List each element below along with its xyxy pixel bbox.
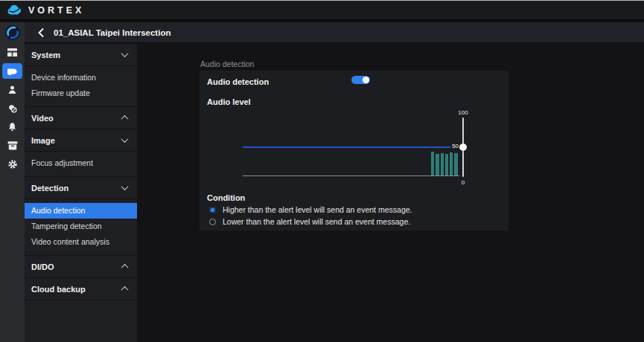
axis-min-label: 0 (453, 179, 474, 186)
audio-level-label: Audio level (207, 97, 251, 106)
app-window: VORTEX (0, 0, 644, 342)
radio-button[interactable] (209, 207, 216, 213)
menu-section-di-do[interactable]: DI/DO (25, 256, 137, 278)
device-titlebar: 01_ASIAL Taipei Intersection (25, 22, 644, 43)
axis-max-label: 100 (453, 109, 474, 116)
brand-wordmark: VORTEX (28, 5, 84, 16)
menu-section-label: Cloud backup (31, 285, 86, 294)
menu-section-image[interactable]: Image (25, 129, 137, 152)
chevron-icon (121, 286, 129, 294)
menu-section-label: Video (31, 114, 54, 123)
main-content: Audio detection Audio detection Audio le… (137, 44, 644, 342)
toggle-knob (363, 77, 369, 83)
menu-item-focus-adjustment[interactable]: Focus adjustment (25, 155, 137, 171)
chevron-icon (121, 115, 129, 123)
rail-item-monitoring[interactable] (0, 99, 25, 117)
chart-baseline (243, 175, 459, 176)
chevron-icon (121, 50, 129, 57)
dashboard-icon (7, 48, 17, 57)
icon-rail (0, 22, 25, 342)
menu-item-audio-detection[interactable]: Audio detection (25, 203, 137, 219)
overlapping-circles-icon (7, 103, 18, 114)
condition-label: Condition (207, 193, 245, 202)
menu-item-device-information[interactable]: Device information (25, 70, 137, 86)
device-title: 01_ASIAL Taipei Intersection (54, 28, 170, 37)
rail-item-notifications[interactable] (0, 117, 25, 136)
camera-icon (7, 67, 18, 76)
menu-item-video-content-analysis[interactable]: Video content analysis (25, 234, 137, 250)
condition-option-higher[interactable]: Higher than the alert level will send an… (209, 205, 412, 214)
menu-item-firmware-update[interactable]: Firmware update (25, 86, 137, 101)
menu-section-video[interactable]: Video (25, 107, 137, 129)
vortex-avatar (0, 22, 25, 43)
gear-icon (7, 159, 18, 170)
page-title: Audio detection (200, 59, 254, 68)
chevron-icon (121, 264, 129, 271)
menu-section-detection[interactable]: Detection (25, 177, 137, 199)
chevron-icon (121, 135, 129, 143)
menu-section-label: DI/DO (31, 262, 54, 271)
radio-button[interactable] (209, 219, 216, 225)
audio-detection-toggle-label: Audio detection (207, 77, 269, 86)
rail-item-cameras[interactable] (0, 62, 25, 80)
user-icon (7, 85, 17, 94)
vortex-cloud-logo-icon (7, 4, 23, 16)
menu-group: Device information Firmware update (25, 66, 137, 107)
menu-section-label: Detection (31, 184, 68, 193)
menu-group: Focus adjustment (25, 152, 137, 177)
radio-label: Higher than the alert level will send an… (223, 205, 412, 214)
rail-item-archives[interactable] (0, 136, 25, 155)
rail-item-users[interactable] (0, 80, 25, 99)
chevron-icon (121, 183, 129, 190)
audio-level-bars (431, 116, 459, 175)
menu-section-system[interactable]: System (25, 44, 137, 66)
rail-item-settings[interactable] (0, 155, 25, 173)
audio-detection-toggle[interactable] (351, 76, 370, 84)
alert-level-slider-thumb[interactable] (459, 143, 467, 151)
bell-icon (7, 122, 17, 132)
settings-menu: System Device information Firmware updat… (25, 44, 137, 342)
menu-group: Audio detection Tampering detection Vide… (25, 199, 137, 256)
archive-box-icon (7, 141, 18, 150)
menu-section-label: Image (31, 136, 55, 145)
menu-section-label: System (31, 51, 60, 59)
audio-level-chart: 50 100 0 (200, 108, 508, 186)
menu-section-cloud-backup[interactable]: Cloud backup (25, 278, 137, 300)
back-button[interactable] (35, 27, 47, 39)
alert-level-line (243, 146, 450, 148)
top-brand-bar: VORTEX (0, 1, 644, 21)
menu-item-tampering-detection[interactable]: Tampering detection (25, 219, 137, 234)
audio-detection-panel: Audio detection Audio level 50 100 0 Con… (200, 71, 508, 230)
radio-label: Lower than the alert level will send an … (223, 217, 410, 226)
chevron-left-icon (38, 28, 44, 37)
condition-option-lower[interactable]: Lower than the alert level will send an … (209, 217, 410, 226)
rail-item-dashboard[interactable] (0, 43, 25, 62)
